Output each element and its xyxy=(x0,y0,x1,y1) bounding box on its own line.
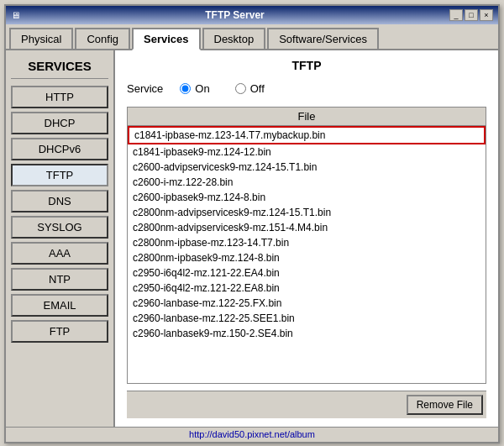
list-item[interactable]: c2600-advipservicesk9-mz.124-15.T1.bin xyxy=(128,160,486,175)
list-item[interactable]: c1841-ipbasek9-mz.124-12.bin xyxy=(128,144,486,160)
file-header: File xyxy=(127,107,486,125)
list-item[interactable]: c2960-lanbasek9-mz.150-2.SE4.bin xyxy=(128,326,486,341)
sidebar-item-http[interactable]: HTTP xyxy=(11,86,108,108)
minimize-button[interactable]: _ xyxy=(449,9,463,21)
list-item[interactable]: c2960-lanbase-mz.122-25.FX.bin xyxy=(128,296,486,311)
radio-on[interactable]: On xyxy=(180,82,209,95)
tab-services[interactable]: Services xyxy=(132,28,201,50)
list-item[interactable]: c2960-lanbase-mz.122-25.SEE1.bin xyxy=(128,311,486,326)
sidebar: SERVICES HTTP DHCP DHCPv6 TFTP DNS SYSLO… xyxy=(6,50,115,427)
file-list[interactable]: c1841-ipbase-mz.123-14.T7.mybackup.bin c… xyxy=(127,125,486,384)
list-item[interactable]: c2600-ipbasek9-mz.124-8.bin xyxy=(128,190,486,205)
file-item-selected[interactable]: c1841-ipbase-mz.123-14.T7.mybackup.bin xyxy=(128,126,486,144)
tab-desktop[interactable]: Desktop xyxy=(202,28,266,49)
sidebar-item-dhcpv6[interactable]: DHCPv6 xyxy=(11,138,108,160)
radio-off[interactable]: Off xyxy=(235,82,265,95)
maximize-button[interactable]: □ xyxy=(465,9,478,21)
right-panel: TFTP Service On Off File xyxy=(115,50,498,427)
service-row: Service On Off xyxy=(127,82,486,95)
window-title: TFTP Server xyxy=(205,9,264,21)
title-bar: 🖥 TFTP Server _ □ × xyxy=(6,6,498,24)
sidebar-item-dns[interactable]: DNS xyxy=(11,190,108,213)
radio-on-input[interactable] xyxy=(180,83,191,94)
list-item[interactable]: c2950-i6q4l2-mz.121-22.EA8.bin xyxy=(128,281,486,296)
app-icon: 🖥 xyxy=(11,10,20,20)
bottom-bar: Remove File xyxy=(127,391,486,418)
sidebar-item-ntp[interactable]: NTP xyxy=(11,268,108,291)
radio-off-label: Off xyxy=(250,82,265,95)
window-controls: _ □ × xyxy=(449,9,493,21)
remove-file-button[interactable]: Remove File xyxy=(407,395,483,415)
list-item[interactable]: c2950-i6q4l2-mz.121-22.EA4.bin xyxy=(128,265,486,281)
list-item[interactable]: c2800nm-advipservicesk9-mz.124-15.T1.bin xyxy=(128,205,486,220)
service-label: Service xyxy=(127,82,163,95)
file-section: File c1841-ipbase-mz.123-14.T7.mybackup.… xyxy=(127,107,486,384)
panel-title: TFTP xyxy=(127,59,486,72)
sidebar-item-tftp[interactable]: TFTP xyxy=(11,164,108,186)
sidebar-item-email[interactable]: EMAIL xyxy=(11,294,108,317)
radio-group: On Off xyxy=(180,82,264,95)
status-url: http://david50.pixnet.net/album xyxy=(189,429,315,439)
main-window: 🖥 TFTP Server _ □ × Physical Config Serv… xyxy=(4,4,500,443)
sidebar-item-dhcp[interactable]: DHCP xyxy=(11,112,108,134)
sidebar-title: SERVICES xyxy=(11,55,108,79)
sidebar-item-aaa[interactable]: AAA xyxy=(11,242,108,265)
tab-software-services[interactable]: Software/Services xyxy=(267,28,379,49)
radio-off-input[interactable] xyxy=(235,83,246,94)
tab-config[interactable]: Config xyxy=(75,28,130,49)
close-button[interactable]: × xyxy=(480,9,493,21)
list-item[interactable]: c2600-i-mz.122-28.bin xyxy=(128,175,486,190)
sidebar-item-syslog[interactable]: SYSLOG xyxy=(11,216,108,239)
list-item[interactable]: c2800nm-advipservicesk9-mz.151-4.M4.bin xyxy=(128,220,486,235)
main-content: SERVICES HTTP DHCP DHCPv6 TFTP DNS SYSLO… xyxy=(6,50,498,427)
radio-on-label: On xyxy=(195,82,209,95)
status-bar: http://david50.pixnet.net/album xyxy=(6,427,498,442)
list-item[interactable]: c2800nm-ipbase-mz.123-14.T7.bin xyxy=(128,235,486,250)
sidebar-item-ftp[interactable]: FTP xyxy=(11,320,108,343)
list-item[interactable]: c2800nm-ipbasek9-mz.124-8.bin xyxy=(128,250,486,265)
tab-bar: Physical Config Services Desktop Softwar… xyxy=(6,24,498,50)
tab-physical[interactable]: Physical xyxy=(9,28,73,49)
